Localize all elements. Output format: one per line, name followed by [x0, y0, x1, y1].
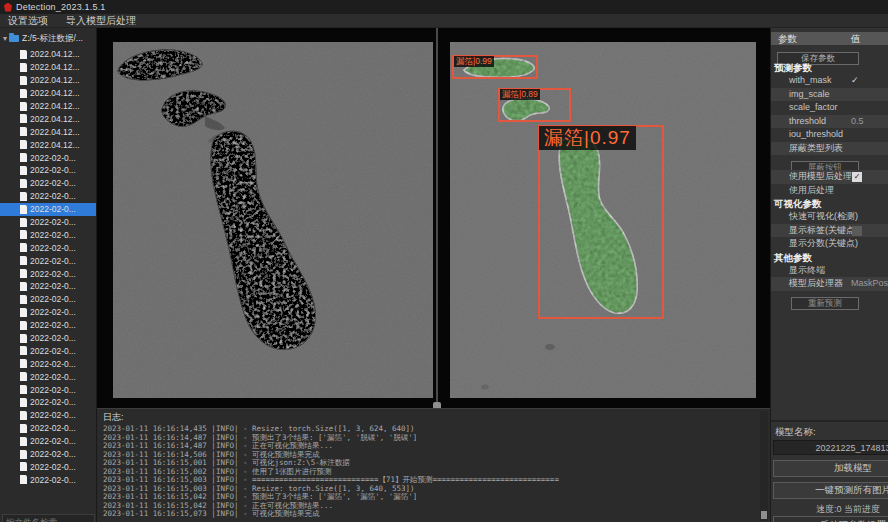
app-window: Detection_2023.1.5.1 设置选项 导入模型后处理 ▾ Z:/5…	[0, 0, 888, 522]
param-button-row: 屏蔽按钮	[771, 155, 888, 170]
param-row[interactable]: with_mask✓	[771, 74, 888, 88]
file-icon	[20, 153, 27, 162]
param-row[interactable]: 显示标签(关键点)	[771, 224, 888, 238]
tree-item[interactable]: 2022-02-0...	[0, 228, 97, 241]
tree-item[interactable]: 2022.04.12...	[0, 48, 97, 61]
tree-item[interactable]: 2022-02-0...	[0, 319, 97, 332]
predict-all-button[interactable]: 一键预测所有图片	[773, 482, 888, 499]
tree-item[interactable]: 2022.04.12...	[0, 138, 97, 151]
tree-item[interactable]: 2022.04.12...	[0, 87, 97, 100]
param-row[interactable]: 模型后处理器MaskPostPro	[771, 277, 888, 291]
tree-item-label: 2022-02-0...	[30, 397, 76, 407]
tree-item[interactable]: 2022-02-0...	[0, 293, 97, 306]
checkbox-unchecked[interactable]	[852, 226, 862, 236]
tree-item[interactable]: 2022-02-0...	[0, 164, 97, 177]
log-title: 日志:	[97, 409, 770, 425]
log-line: 2023-01-11 16:16:15,073 |INFO| - 可视化预测结果…	[103, 510, 770, 519]
tree-item[interactable]: 2022-02-0...	[0, 461, 97, 474]
params-header: 参数 值	[771, 32, 888, 45]
param-row[interactable]: 使用后处理	[771, 184, 888, 198]
param-label: iou_threshold	[771, 129, 843, 139]
tree-item-label: 2022.04.12...	[30, 88, 80, 98]
tree-item[interactable]: 2022-02-0...	[0, 267, 97, 280]
tree-item[interactable]: 2022-02-0...	[0, 280, 97, 293]
prediction-image-pane[interactable]: 漏箔|0.99 漏箔|0.89 漏箔|0.97	[450, 42, 756, 398]
file-icon	[20, 334, 27, 343]
tree-item[interactable]: 2022-02-0...	[0, 473, 97, 486]
tree-item-label: 2022-02-0...	[30, 333, 76, 343]
param-row[interactable]: scale_factor	[771, 101, 888, 115]
tree-item[interactable]: 2022-02-0...	[0, 409, 97, 422]
file-icon	[20, 192, 27, 201]
file-icon	[20, 102, 27, 111]
param-label: 屏蔽类型列表	[771, 143, 843, 153]
tree-item[interactable]: 2022-02-0...	[0, 357, 97, 370]
progress-status: 速度:0 当前进度	[773, 503, 888, 516]
search-input[interactable]	[2, 514, 95, 522]
param-row[interactable]: 显示分数(关键点)	[771, 237, 888, 251]
tree-item[interactable]: 2022-02-0...	[0, 306, 97, 319]
tree-item-label: 2022.04.12...	[30, 62, 80, 72]
tree-item[interactable]: 2022-02-0...	[0, 448, 97, 461]
pane-divider[interactable]	[436, 28, 438, 408]
tree-item[interactable]: 2022-02-0...	[0, 203, 97, 216]
file-icon	[20, 475, 27, 484]
param-row[interactable]: 显示终端	[771, 264, 888, 278]
tree-root-label: Z:/5-标注数据/...	[22, 33, 83, 45]
tree-item[interactable]: 2022-02-0...	[0, 435, 97, 448]
param-row[interactable]: threshold0.5	[771, 115, 888, 129]
postprocess-params-button[interactable]: 后处理参数设置	[773, 516, 888, 522]
tree-item[interactable]: 2022.04.12...	[0, 61, 97, 74]
file-icon	[20, 424, 27, 433]
detection-label: 漏箔|0.99	[454, 56, 494, 67]
tree-item[interactable]: 2022-02-0...	[0, 396, 97, 409]
tree-item[interactable]: 2022-02-0...	[0, 344, 97, 357]
original-image-pane[interactable]	[113, 42, 433, 398]
file-icon	[20, 398, 27, 407]
tree-item[interactable]: 2022-02-0...	[0, 422, 97, 435]
tree-item-label: 2022-02-0...	[30, 281, 76, 291]
tree-item[interactable]: 2022-02-0...	[0, 254, 97, 267]
log-lines: 2023-01-11 16:16:14,435 |INFO| - Resize:…	[97, 425, 770, 519]
tree-item-label: 2022-02-0...	[30, 436, 76, 446]
log-scrollbar[interactable]	[760, 411, 768, 521]
load-model-button[interactable]: 加载模型	[773, 460, 888, 477]
tree-item[interactable]: 2022-02-0...	[0, 190, 97, 203]
chevron-down-icon[interactable]: ▾	[3, 34, 7, 43]
tree-item-label: 2022-02-0...	[30, 178, 76, 188]
tree-item[interactable]: 2022.04.12...	[0, 100, 97, 113]
param-row[interactable]: 使用模型后处理✓	[771, 170, 888, 184]
tree-item-label: 2022-02-0...	[30, 294, 76, 304]
tree-item[interactable]: 2022-02-0...	[0, 241, 97, 254]
model-name-field[interactable]: 20221225_174813	[773, 440, 888, 455]
menu-item-import-postprocess[interactable]: 导入模型后处理	[66, 14, 136, 28]
menu-item-settings[interactable]: 设置选项	[8, 14, 48, 28]
tree-item[interactable]: 2022-02-0...	[0, 177, 97, 190]
param-row[interactable]: 屏蔽类型列表	[771, 142, 888, 156]
param-value: ✓	[851, 74, 859, 88]
tree-item[interactable]: 2022.04.12...	[0, 74, 97, 87]
tree-root[interactable]: ▾ Z:/5-标注数据/...	[0, 32, 96, 45]
log-scrollbar-thumb[interactable]	[761, 511, 767, 519]
tree-item-label: 2022-02-0...	[30, 191, 76, 201]
tree-item-label: 2022.04.12...	[30, 101, 80, 111]
param-row[interactable]: 快速可视化(检测)	[771, 210, 888, 224]
param-label: with_mask	[771, 75, 832, 85]
param-row[interactable]: iou_threshold	[771, 128, 888, 142]
tree-item[interactable]: 2022-02-0...	[0, 216, 97, 229]
tree-item[interactable]: 2022-02-0...	[0, 151, 97, 164]
checkbox-checked[interactable]: ✓	[852, 172, 862, 182]
title-bar: Detection_2023.1.5.1	[0, 0, 888, 14]
detection-box	[538, 125, 664, 319]
tree-item[interactable]: 2022.04.12...	[0, 125, 97, 138]
tree-item[interactable]: 2022.04.12...	[0, 112, 97, 125]
tree-item-label: 2022-02-0...	[30, 217, 76, 227]
tree-item-label: 2022-02-0...	[30, 230, 76, 240]
param-row[interactable]: img_scale	[771, 88, 888, 102]
tree-item[interactable]: 2022-02-0...	[0, 332, 97, 345]
file-icon	[20, 359, 27, 368]
tree-item-label: 2022.04.12...	[30, 114, 80, 124]
tree-item[interactable]: 2022-02-0...	[0, 370, 97, 383]
param-button[interactable]: 重新预测	[791, 297, 859, 310]
tree-item[interactable]: 2022-02-0...	[0, 383, 97, 396]
